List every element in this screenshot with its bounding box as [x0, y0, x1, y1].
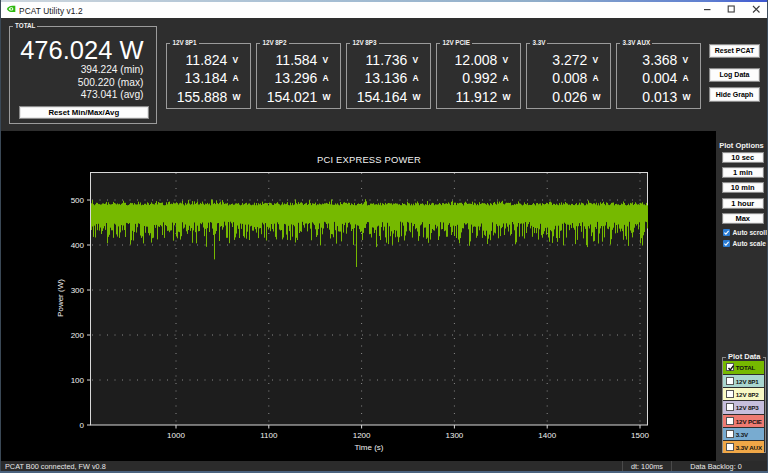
svg-text:1100: 1100	[260, 431, 278, 440]
svg-text:500: 500	[71, 196, 85, 205]
svg-text:1300: 1300	[446, 431, 464, 440]
svg-text:1500: 1500	[631, 431, 649, 440]
svg-text:1200: 1200	[353, 431, 371, 440]
svg-text:100: 100	[71, 376, 85, 385]
svg-text:Power (W): Power (W)	[56, 279, 65, 317]
svg-text:Time (s): Time (s)	[354, 443, 383, 452]
svg-text:300: 300	[71, 286, 85, 295]
svg-text:400: 400	[71, 241, 85, 250]
svg-text:1000: 1000	[167, 431, 185, 440]
svg-text:1400: 1400	[538, 431, 556, 440]
svg-text:0: 0	[80, 421, 85, 430]
svg-text:200: 200	[71, 331, 85, 340]
